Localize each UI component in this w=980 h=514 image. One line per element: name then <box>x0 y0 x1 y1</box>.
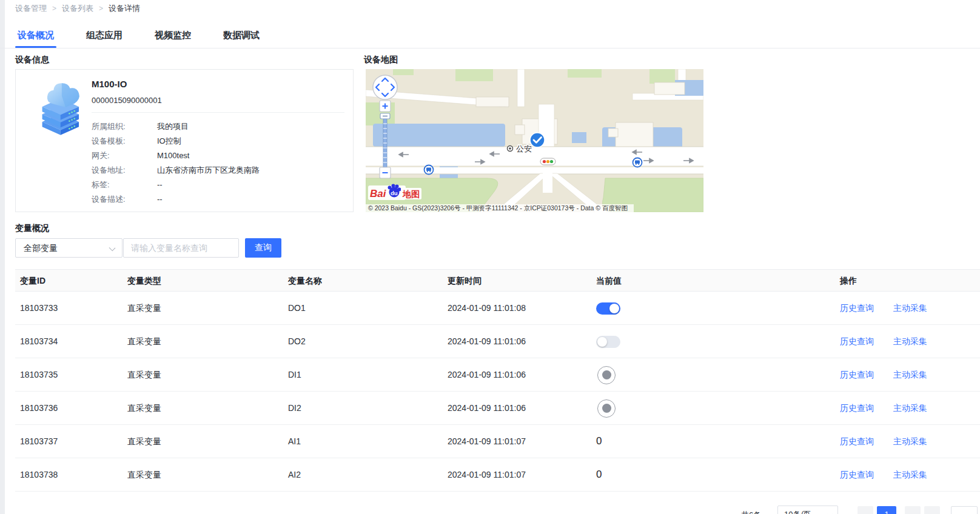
table-row: 18103735 直采变量 DI1 2024-01-09 11:01:06 历史… <box>15 358 980 392</box>
svg-text:地图: 地图 <box>402 189 420 199</box>
divider <box>92 112 344 113</box>
device-map-title: 设备地图 <box>364 55 398 65</box>
page-size-select[interactable]: 10条/页 <box>777 506 838 514</box>
value-indicator-lamp <box>597 399 616 418</box>
value-toggle-on[interactable] <box>596 302 620 315</box>
device-serial: 0000015090000001 <box>92 96 162 105</box>
value-number: 0 <box>596 425 602 458</box>
field-gateway: 网关:M100test <box>92 150 189 161</box>
active-collect-link[interactable]: 主动采集 <box>893 470 927 479</box>
variable-search-input[interactable] <box>123 238 239 258</box>
variables-title: 变量概况 <box>15 223 49 234</box>
traffic-light-icon <box>540 158 555 165</box>
active-collect-link[interactable]: 主动采集 <box>893 436 927 446</box>
breadcrumb: 设备管理 > 设备列表 > 设备详情 <box>15 3 140 14</box>
value-indicator-lamp <box>597 366 616 384</box>
field-organization: 所属组织:我的项目 <box>92 121 189 132</box>
history-query-link[interactable]: 历史查询 <box>840 336 874 346</box>
prev-page-button[interactable] <box>858 506 873 514</box>
breadcrumb-separator: > <box>52 4 56 13</box>
tab-configuration-app[interactable]: 组态应用 <box>84 26 125 48</box>
col-variable-name: 变量名称 <box>288 270 322 292</box>
breadcrumb-device-list[interactable]: 设备列表 <box>62 3 93 14</box>
table-header: 变量ID 变量类型 变量名称 更新时间 当前值 操作 <box>15 269 980 292</box>
variable-type-select[interactable]: 全部变量 <box>15 238 122 258</box>
more-pages-button[interactable] <box>924 506 940 514</box>
page-jump-input[interactable] <box>951 506 978 514</box>
next-page-button[interactable] <box>905 506 921 514</box>
tab-device-overview[interactable]: 设备概况 <box>15 26 56 48</box>
bus-stop-icon <box>425 165 434 175</box>
pagination: 共6条 10条/页 ‹ 1 <box>0 505 980 514</box>
map-canvas: 公安 <box>366 69 703 212</box>
col-variable-type: 变量类型 <box>127 270 161 292</box>
device-info-title: 设备信息 <box>15 55 49 65</box>
field-address: 设备地址:山东省济南市历下区龙奥南路 <box>92 165 260 176</box>
table-row: 18103738 直采变量 AI2 2024-01-09 11:01:07 0 … <box>15 458 980 492</box>
breadcrumb-device-detail: 设备详情 <box>109 3 140 14</box>
breadcrumb-separator: > <box>99 4 103 13</box>
tab-bar: 设备概况 组态应用 视频监控 数据调试 <box>0 26 980 48</box>
tab-video-monitor[interactable]: 视频监控 <box>152 26 193 48</box>
tab-data-debug[interactable]: 数据调试 <box>221 26 262 48</box>
field-template: 设备模板:IO控制 <box>92 136 181 147</box>
history-query-link[interactable]: 历史查询 <box>840 470 874 479</box>
active-collect-link[interactable]: 主动采集 <box>893 336 927 346</box>
bus-stop-icon <box>633 158 642 167</box>
svg-text:du: du <box>391 190 398 196</box>
history-query-link[interactable]: 历史查询 <box>840 403 874 413</box>
svg-text:公安: 公安 <box>516 144 532 153</box>
field-tags: 标签:-- <box>92 179 163 190</box>
map-copyright: © 2023 Baidu - GS(2023)3206号 - 甲测资字11111… <box>366 204 634 212</box>
table-row: 18103737 直采变量 AI1 2024-01-09 11:01:07 0 … <box>15 425 980 458</box>
col-operations: 操作 <box>840 270 857 292</box>
value-number: 0 <box>596 458 602 492</box>
history-query-link[interactable]: 历史查询 <box>840 303 874 313</box>
svg-text:Bai: Bai <box>370 188 387 199</box>
map-zoom-out-button[interactable] <box>380 167 391 178</box>
chevron-down-icon <box>827 512 833 514</box>
table-row: 18103736 直采变量 DI2 2024-01-09 11:01:06 历史… <box>15 392 980 425</box>
map-pan-control[interactable] <box>373 75 397 99</box>
device-info-card: M100-IO 0000015090000001 所属组织:我的项目 设备模板:… <box>15 69 354 212</box>
table-row: 18103734 直采变量 DO2 2024-01-09 11:01:06 历史… <box>15 325 980 358</box>
history-query-link[interactable]: 历史查询 <box>840 436 874 446</box>
variables-table: 变量ID 变量类型 变量名称 更新时间 当前值 操作 18103733 直采变量… <box>15 269 980 492</box>
active-collect-link[interactable]: 主动采集 <box>893 370 927 379</box>
col-update-time: 更新时间 <box>448 270 482 292</box>
col-variable-id: 变量ID <box>20 270 45 292</box>
history-query-link[interactable]: 历史查询 <box>840 370 874 379</box>
device-name: M100-IO <box>92 79 127 89</box>
window-edge-strip <box>0 0 5 514</box>
device-location-marker[interactable] <box>530 133 545 147</box>
prev-page-icon[interactable]: ‹ <box>847 510 850 514</box>
value-toggle-off[interactable] <box>596 336 620 348</box>
baidu-map[interactable]: 公安 <box>366 69 703 212</box>
map-zoom-in-button[interactable] <box>380 101 391 112</box>
table-row: 18103733 直采变量 DO1 2024-01-09 11:01:08 历史… <box>15 292 980 325</box>
variable-type-selected: 全部变量 <box>24 243 58 253</box>
active-collect-link[interactable]: 主动采集 <box>893 303 927 313</box>
device-detail-page: 设备管理 > 设备列表 > 设备详情 设备概况 组态应用 视频监控 数据调试 设… <box>0 0 980 514</box>
device-server-cloud-icon <box>33 78 93 139</box>
query-button[interactable]: 查询 <box>245 238 281 258</box>
chevron-down-icon <box>109 245 116 252</box>
field-description: 设备描述:-- <box>92 194 163 205</box>
active-collect-link[interactable]: 主动采集 <box>893 403 927 413</box>
breadcrumb-device-management[interactable]: 设备管理 <box>15 3 47 14</box>
current-page-button[interactable]: 1 <box>877 506 896 514</box>
col-current-value: 当前值 <box>596 270 622 292</box>
svg-text:© 2023 Baidu - GS(2023)3206号 -: © 2023 Baidu - GS(2023)3206号 - 甲测资字11111… <box>368 204 628 212</box>
pagination-total: 共6条 <box>741 510 761 514</box>
